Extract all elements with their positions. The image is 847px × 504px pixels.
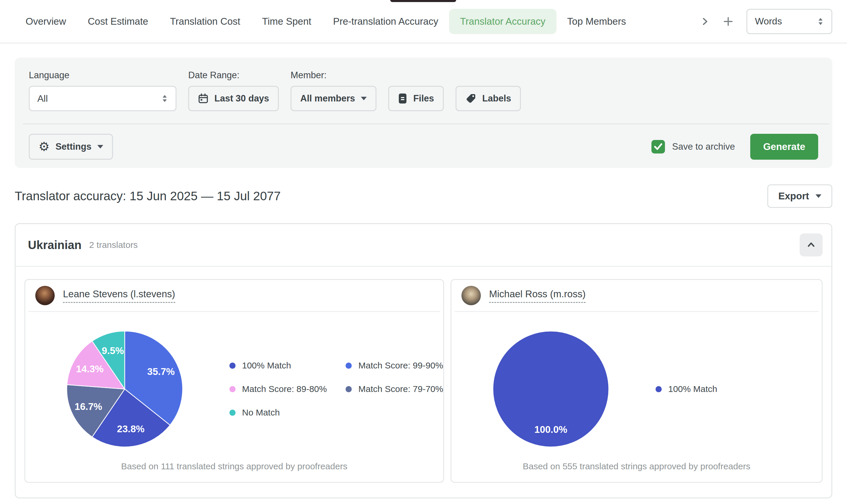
pie-slice-label: 23.8%	[117, 424, 145, 434]
caret-down-icon	[97, 145, 103, 148]
member-label: Member:	[291, 70, 376, 80]
legend-item[interactable]: 100% Match	[655, 384, 717, 394]
save-to-archive-checkbox[interactable]	[651, 140, 665, 154]
language-section: Ukrainian 2 translators Leane Stevens (l…	[15, 223, 832, 499]
export-button-label: Export	[778, 191, 809, 202]
tab-overview[interactable]: Overview	[15, 9, 77, 34]
page-title: Translator accuracy: 15 Jun 2025 — 15 Ju…	[15, 189, 281, 203]
pie-legend: 100% Match	[655, 384, 736, 394]
translator-cards: Leane Stevens (l.stevens) 35.7%23.8%16.7…	[16, 267, 831, 498]
export-button[interactable]: Export	[767, 184, 832, 208]
legend-item[interactable]: Match Score: 99-90%	[346, 360, 443, 371]
legend-item[interactable]: Match Score: 79-70%	[346, 384, 443, 394]
member-select-value: All members	[300, 93, 355, 104]
date-range-label: Date Range:	[188, 70, 279, 80]
legend-item[interactable]: No Match	[229, 408, 327, 417]
date-range-button[interactable]: Last 30 days	[188, 86, 279, 111]
translators-count: 2 translators	[89, 240, 138, 250]
language-label: Language	[29, 70, 177, 80]
screen-notch-bar	[390, 0, 456, 2]
collapse-section-button[interactable]	[800, 233, 823, 256]
save-to-archive-label: Save to archive	[672, 141, 735, 152]
legend-label: 100% Match	[668, 384, 717, 394]
pie-legend: 100% MatchMatch Score: 99-90%Match Score…	[229, 360, 443, 417]
report-tabs-bar: OverviewCost EstimateTranslation CostTim…	[0, 0, 847, 43]
select-updown-caret-icon	[817, 17, 824, 26]
translator-card: Michael Ross (m.ross) 100.0% 100% Match …	[451, 279, 823, 483]
settings-button[interactable]: Settings	[29, 134, 113, 160]
card-footer-note: Based on 555 translated strings approved…	[451, 461, 822, 471]
caret-down-icon	[361, 97, 367, 100]
translator-card: Leane Stevens (l.stevens) 35.7%23.8%16.7…	[24, 279, 444, 483]
labels-filter-button[interactable]: Labels	[455, 86, 521, 111]
legend-dot-icon	[229, 363, 236, 369]
date-range-value: Last 30 days	[214, 93, 269, 104]
unit-select[interactable]: Words	[746, 9, 832, 34]
legend-label: 100% Match	[242, 360, 291, 371]
language-select-value: All	[37, 93, 48, 104]
legend-item[interactable]: 100% Match	[229, 360, 327, 371]
tab-top-members[interactable]: Top Members	[556, 9, 637, 34]
checkmark-icon	[654, 143, 663, 150]
panel-divider	[23, 124, 829, 124]
avatar	[35, 286, 55, 305]
accuracy-pie-chart[interactable]: 35.7%23.8%16.7%14.3%9.5%	[60, 324, 190, 454]
labels-button-label: Labels	[482, 93, 511, 104]
select-updown-caret-icon	[161, 94, 168, 103]
tab-translator-accuracy[interactable]: Translator Accuracy	[449, 9, 556, 34]
tab-cost-estimate[interactable]: Cost Estimate	[77, 9, 159, 34]
tag-icon	[465, 93, 476, 104]
unit-select-value: Words	[755, 16, 782, 27]
filter-panel: Language All Date Range: Last 30 days Me…	[15, 58, 832, 168]
settings-button-label: Settings	[56, 141, 91, 152]
legend-label: Match Score: 99-90%	[358, 360, 443, 371]
pie-slice-label: 100.0%	[534, 424, 567, 435]
legend-dot-icon	[229, 386, 236, 392]
pie-slice-label: 14.3%	[76, 363, 104, 374]
avatar	[462, 286, 481, 305]
legend-dot-icon	[655, 386, 662, 392]
files-filter-button[interactable]: Files	[388, 86, 444, 111]
legend-dot-icon	[346, 363, 352, 369]
generate-button[interactable]: Generate	[750, 134, 818, 160]
caret-down-icon	[815, 194, 822, 198]
translator-name-link[interactable]: Michael Ross (m.ross)	[489, 288, 585, 303]
legend-label: No Match	[242, 408, 280, 417]
language-section-title: Ukrainian	[28, 238, 82, 252]
tab-pre-translation-accuracy[interactable]: Pre-translation Accuracy	[322, 9, 449, 34]
calendar-icon	[198, 93, 209, 104]
tabs-overflow-chevron-right-icon[interactable]	[700, 16, 710, 26]
report-tabs: OverviewCost EstimateTranslation CostTim…	[15, 9, 637, 34]
legend-label: Match Score: 79-70%	[358, 384, 443, 394]
legend-item[interactable]: Match Score: 89-80%	[229, 384, 327, 394]
pie-slice-label: 9.5%	[102, 345, 124, 356]
files-button-label: Files	[413, 93, 434, 104]
file-icon	[398, 93, 407, 104]
pie-slice-label: 35.7%	[147, 366, 175, 377]
member-select-button[interactable]: All members	[291, 86, 376, 111]
legend-dot-icon	[346, 386, 352, 392]
pie-slice-label: 16.7%	[75, 401, 102, 412]
language-select[interactable]: All	[29, 86, 177, 111]
accuracy-pie-chart[interactable]: 100.0%	[486, 324, 615, 454]
legend-dot-icon	[229, 410, 236, 416]
gear-icon	[38, 141, 50, 153]
translator-name-link[interactable]: Leane Stevens (l.stevens)	[63, 288, 175, 303]
tab-time-spent[interactable]: Time Spent	[251, 9, 322, 34]
add-report-icon[interactable]	[723, 16, 734, 27]
chevron-up-icon	[806, 240, 816, 250]
tab-translation-cost[interactable]: Translation Cost	[159, 9, 251, 34]
card-footer-note: Based on 111 translated strings approved…	[25, 461, 443, 471]
legend-label: Match Score: 89-80%	[242, 384, 327, 394]
